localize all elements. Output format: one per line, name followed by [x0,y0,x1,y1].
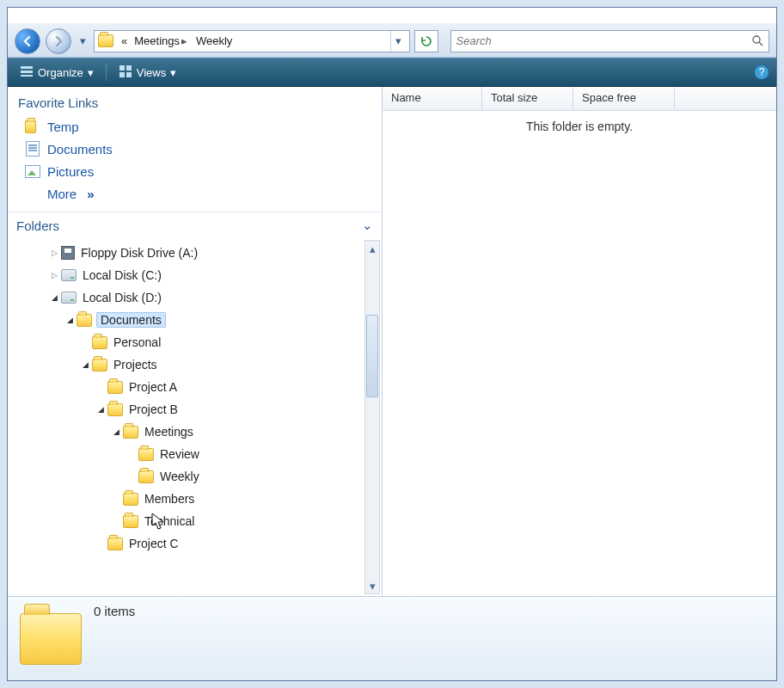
tree-item-label: Floppy Disk Drive (A:) [79,245,199,261]
tree-item[interactable]: Review [11,443,363,465]
tree-item-label: Project C [127,536,181,551]
tree-item-label: Projects [112,357,159,372]
tree-item[interactable]: ▷Floppy Disk Drive (A:) [11,242,363,264]
column-name[interactable]: Name [383,87,482,110]
breadcrumb-item[interactable]: Weekly [193,31,236,52]
recent-locations-dropdown[interactable]: ▾ [77,28,89,54]
breadcrumb-label: Weekly [196,34,232,47]
collapse-icon[interactable]: ◢ [95,405,106,414]
tree-item-label: Project A [127,379,179,395]
scrollbar-thumb[interactable] [366,315,378,397]
separator [106,64,107,81]
tree-item-label: Members [143,491,196,507]
tree-item[interactable]: Project C [11,532,363,555]
tree-item-label: Review [158,446,201,462]
tree-item[interactable]: Members [11,488,363,510]
explorer-window: ▾ « Meetings▸ Weekly ▾ Organize ▾ [7,7,777,681]
folder-icon [92,336,107,349]
address-history-dropdown[interactable]: ▾ [390,31,406,52]
item-count-label: 0 items [94,604,135,618]
details-pane: 0 items [8,596,776,680]
refresh-button[interactable] [414,30,438,52]
tree-item[interactable]: ◢Local Disk (D:) [11,286,363,309]
tree-item-label: Local Disk (C:) [81,267,163,283]
tree-item[interactable]: ◢Project B [11,398,363,421]
tree-item[interactable]: Weekly [11,465,363,488]
expand-icon[interactable]: ▷ [49,249,59,257]
column-total-size[interactable]: Total size [482,87,573,110]
svg-point-0 [753,36,760,43]
tree-item[interactable]: ◢Meetings [11,421,363,443]
favlink-more[interactable]: More » [13,182,377,205]
floppy-drive-icon [61,246,75,260]
tree-item-label: Meetings [143,424,195,439]
breadcrumb-item[interactable]: Meetings▸ [131,31,193,52]
tree-item[interactable]: ◢Documents [11,309,363,331]
empty-folder-message: This folder is empty. [383,111,776,142]
views-menu[interactable]: Views ▾ [113,62,181,83]
favlink-documents[interactable]: Documents [13,138,377,160]
tree-item-label: Technical [143,513,196,529]
back-button[interactable] [15,28,40,54]
hard-drive-icon [61,292,77,304]
folder-icon [107,381,123,394]
svg-rect-5 [119,65,125,71]
documents-icon [25,141,40,157]
tree-item[interactable]: Technical [11,510,363,532]
breadcrumb-label: Meetings [134,34,180,47]
collapse-icon[interactable]: ◢ [80,360,90,369]
favlink-label: Temp [47,120,79,134]
search-box[interactable] [450,30,770,52]
expand-icon[interactable]: ▷ [49,271,59,280]
favlink-label: More [47,187,77,201]
favorite-links-list: Temp Documents Pictures More » [8,115,382,212]
forward-button[interactable] [46,28,71,54]
search-input[interactable] [456,34,764,47]
tree-item-label: Weekly [158,469,201,484]
address-bar[interactable]: « Meetings▸ Weekly ▾ [94,30,410,52]
scroll-up-icon[interactable]: ▴ [366,242,378,255]
column-headers: Name Total size Space free [383,87,776,111]
help-button[interactable]: ? [754,64,769,80]
folder-tree: ▷Floppy Disk Drive (A:)▷Local Disk (C:)◢… [8,238,363,596]
favorite-links-header: Favorite Links [8,87,382,115]
tree-item[interactable]: ◢Projects [11,353,363,376]
chevron-right-icon: » [87,187,91,201]
folder-icon [123,515,138,528]
folder-icon [25,119,40,134]
content-pane: Name Total size Space free This folder i… [383,87,776,596]
svg-line-1 [759,42,763,46]
hard-drive-icon [61,269,77,281]
folder-icon [107,538,123,550]
svg-rect-2 [21,66,33,69]
folders-section-header[interactable]: Folders ⌄ [8,212,382,238]
collapse-icon[interactable]: ◢ [111,427,121,436]
chevron-down-icon: ⌄ [362,218,373,233]
chevron-down-icon: ▾ [88,66,94,79]
tree-item[interactable]: ▷Local Disk (C:) [11,264,363,286]
tree-item-label: Documents [96,312,166,328]
folders-label: Folders [16,218,59,233]
tree-item-label: Local Disk (D:) [81,290,163,305]
favlink-pictures[interactable]: Pictures [13,160,377,182]
tree-scrollbar[interactable]: ▴ ▾ [364,240,380,594]
breadcrumb-overflow[interactable]: « [118,31,131,52]
favlink-temp[interactable]: Temp [13,115,377,138]
collapse-icon[interactable]: ◢ [64,316,75,324]
folder-icon [123,426,138,439]
column-space-free[interactable]: Space free [573,87,675,110]
svg-rect-4 [21,75,33,77]
views-label: Views [137,66,166,79]
collapse-icon[interactable]: ◢ [49,293,59,302]
tree-item[interactable]: Project A [11,376,363,398]
favlink-label: Pictures [47,164,94,179]
folder-icon [138,470,154,483]
folder-icon [107,403,123,416]
organize-menu[interactable]: Organize ▾ [15,62,99,83]
svg-rect-6 [126,65,132,71]
navigation-pane: Favorite Links Temp Documents Pictures M… [8,87,383,596]
scroll-down-icon[interactable]: ▾ [366,579,378,593]
chevron-right-icon: ▸ [180,34,189,47]
svg-rect-3 [21,71,33,73]
tree-item[interactable]: Personal [11,331,363,353]
